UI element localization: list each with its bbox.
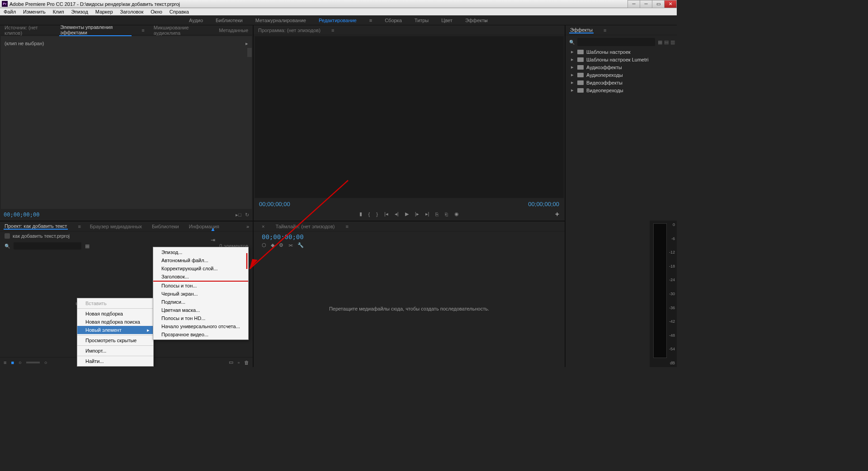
- tl-marker-icon[interactable]: ◆: [271, 242, 274, 248]
- timeline-panel-menu-icon[interactable]: ≡: [346, 224, 349, 229]
- marker-icon[interactable]: ▮: [359, 211, 362, 217]
- close-button[interactable]: ✕: [664, 0, 677, 8]
- ctx-new-item-8[interactable]: Полосы и тон HD...: [153, 314, 248, 322]
- workspace-overflow-icon[interactable]: »: [484, 18, 487, 23]
- timeline-drop-area[interactable]: Перетащите медиафайлы сюда, чтобы создат…: [254, 250, 565, 367]
- new-bin-icon[interactable]: ▭: [229, 359, 233, 365]
- export-frame-icon[interactable]: ◉: [454, 211, 459, 217]
- workspace-active-menu-icon[interactable]: ≡: [369, 18, 372, 23]
- source-button-1-icon[interactable]: ▸□: [236, 212, 241, 218]
- ctx-new-item-3[interactable]: Заголовок...: [153, 273, 248, 282]
- effects-folder-0[interactable]: ▸Шаблоны настроек: [567, 48, 677, 56]
- workspace-4[interactable]: Сборка: [385, 18, 402, 23]
- workspace-1[interactable]: Библиотеки: [216, 18, 243, 23]
- effects-folder-2[interactable]: ▸Аудиоэффекты: [567, 63, 677, 71]
- ctx-new-item-5[interactable]: Черный экран...: [153, 290, 248, 298]
- minimize-secondary-button[interactable]: ─: [627, 0, 640, 8]
- go-to-out-icon[interactable]: ▸|: [425, 211, 429, 217]
- icon-view-icon[interactable]: ■: [11, 360, 14, 365]
- twirl-icon[interactable]: ▸: [571, 72, 575, 78]
- lift-icon[interactable]: ⎘: [435, 212, 439, 217]
- project-tab-0[interactable]: Проект: как добавить текст: [4, 223, 68, 230]
- effects-filter-2-icon[interactable]: ▤: [664, 39, 669, 45]
- add-button-icon[interactable]: +: [555, 210, 559, 218]
- go-to-in-icon[interactable]: |◂: [384, 211, 388, 217]
- source-button-2-icon[interactable]: ↻: [245, 212, 249, 218]
- tl-snap-icon[interactable]: ⬡: [262, 242, 266, 248]
- list-view-icon[interactable]: ≡: [4, 360, 6, 365]
- step-forward-icon[interactable]: |▸: [415, 211, 419, 217]
- effect-scrollbar[interactable]: [247, 48, 252, 57]
- zoom-in-icon[interactable]: ○: [44, 360, 47, 365]
- effects-folder-5[interactable]: ▸Видеопереходы: [567, 86, 677, 94]
- menu-item-эпизод[interactable]: Эпизод: [68, 9, 92, 14]
- ctx-new-item-9[interactable]: Начало универсального отсчета...: [153, 322, 248, 330]
- workspace-0[interactable]: Аудио: [189, 18, 203, 23]
- menu-item-файл[interactable]: Файл: [0, 9, 19, 14]
- tl-settings-icon[interactable]: ⚙: [279, 242, 283, 248]
- twirl-icon[interactable]: ▸: [571, 57, 575, 62]
- effects-search-input[interactable]: [577, 38, 655, 46]
- ctx-new-item-0[interactable]: Эпизод...: [153, 248, 248, 256]
- source-tab-0[interactable]: Источник: (нет клипов): [4, 25, 51, 36]
- zoom-out-icon[interactable]: ○: [19, 360, 22, 365]
- menu-item-клип[interactable]: Клип: [49, 9, 68, 14]
- effects-filter-1-icon[interactable]: ▦: [658, 39, 662, 45]
- minimize-button[interactable]: ─: [640, 0, 652, 8]
- ctx-item-8[interactable]: Импорт...: [77, 347, 153, 355]
- timeline-tab[interactable]: Таймлайн: (нет эпизодов): [274, 224, 335, 229]
- effects-filter-3-icon[interactable]: ▥: [670, 39, 675, 45]
- ctx-item-10[interactable]: Найти...: [77, 357, 153, 365]
- selection-tool-icon[interactable]: ▲: [210, 226, 216, 232]
- zoom-slider[interactable]: [26, 362, 40, 363]
- ctx-item-6[interactable]: Просмотреть скрытые: [77, 336, 153, 344]
- program-tab[interactable]: Программа: (нет эпизодов): [257, 28, 321, 33]
- menu-item-окно[interactable]: Окно: [147, 9, 166, 14]
- project-search-input[interactable]: [14, 242, 81, 250]
- tl-wrench-icon[interactable]: 🔧: [297, 242, 304, 248]
- workspace-6[interactable]: Цвет: [441, 18, 453, 23]
- in-point-icon[interactable]: {: [368, 212, 370, 217]
- ctx-new-item-1[interactable]: Автономный файл...: [153, 256, 248, 264]
- play-icon[interactable]: ▶: [405, 211, 409, 217]
- maximize-button[interactable]: ▭: [652, 0, 665, 8]
- workspace-5[interactable]: Титры: [415, 18, 429, 23]
- ctx-new-item-2[interactable]: Корректирующий слой...: [153, 264, 248, 273]
- twirl-icon[interactable]: ▸: [571, 87, 575, 93]
- project-overflow-icon[interactable]: »: [246, 224, 249, 229]
- ctx-item-3[interactable]: Новая подборка поиска: [77, 318, 153, 326]
- ctx-item-2[interactable]: Новая подборка: [77, 310, 153, 318]
- ctx-new-item-4[interactable]: Полосы и тон...: [153, 282, 248, 290]
- workspace-2[interactable]: Метажурналирование: [255, 18, 306, 23]
- twirl-icon[interactable]: ▸: [571, 80, 575, 85]
- effects-folder-1[interactable]: ▸Шаблоны настроек Lumetri: [567, 56, 677, 63]
- project-tab-menu-icon[interactable]: ≡: [78, 224, 80, 229]
- out-point-icon[interactable]: }: [376, 212, 378, 217]
- menu-item-заголовок[interactable]: Заголовок: [117, 9, 147, 14]
- effects-folder-4[interactable]: ▸Видеоэффекты: [567, 79, 677, 86]
- twirl-icon[interactable]: ▸: [571, 64, 575, 70]
- ctx-new-item-10[interactable]: Прозрачное видео...: [153, 330, 248, 339]
- project-filter-icon[interactable]: ▦: [85, 243, 90, 249]
- source-tab-3[interactable]: Метаданные: [218, 28, 249, 33]
- menu-item-маркер[interactable]: Маркер: [92, 9, 117, 14]
- effects-tab[interactable]: Эффекты: [569, 27, 594, 33]
- workspace-3[interactable]: Редактирование: [319, 18, 357, 23]
- project-tab-1[interactable]: Браузер медиаданных: [89, 224, 143, 229]
- extract-icon[interactable]: ⎗: [445, 212, 448, 217]
- ctx-item-4[interactable]: Новый элемент▸: [77, 326, 153, 334]
- new-item-icon[interactable]: ▫: [238, 360, 240, 365]
- menu-item-изменить[interactable]: Изменить: [19, 9, 49, 14]
- effects-folder-3[interactable]: ▸Аудиопереходы: [567, 71, 677, 79]
- ctx-new-item-6[interactable]: Подписи...: [153, 298, 248, 306]
- source-tab-2[interactable]: Микширование аудиоклипа: [153, 25, 210, 36]
- tl-link-icon[interactable]: ⫘: [288, 242, 293, 248]
- program-panel-menu-icon[interactable]: ≡: [331, 28, 334, 33]
- source-tab-1[interactable]: Элементы управления эффектами: [59, 25, 132, 36]
- effects-panel-menu-icon[interactable]: ≡: [604, 28, 606, 33]
- ctx-new-item-7[interactable]: Цветная маска...: [153, 306, 248, 314]
- step-back-icon[interactable]: ◂|: [395, 211, 399, 217]
- track-select-tool-icon[interactable]: ⇥: [211, 237, 215, 243]
- effect-nav-arrow-icon[interactable]: ▸: [245, 41, 248, 47]
- source-tab-menu-icon[interactable]: ≡: [142, 28, 144, 33]
